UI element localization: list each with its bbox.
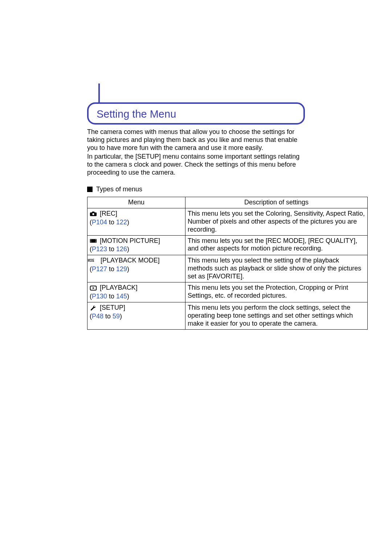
intro-paragraph-1: The camera comes with menus that allow y… bbox=[87, 128, 305, 152]
table-row: [REC] (P104 to 122) This menu lets you s… bbox=[87, 208, 368, 235]
page-reference: (P123 to 126) bbox=[90, 245, 183, 253]
table-header-desc: Description of settings bbox=[185, 197, 368, 208]
page-reference: (P104 to 122) bbox=[90, 219, 183, 227]
desc-cell: This menu lets you select the setting of… bbox=[185, 255, 368, 282]
menu-cell-setup: [SETUP] (P48 to 59) bbox=[87, 302, 185, 330]
svg-rect-3 bbox=[91, 241, 91, 242]
desc-cell: This menu lets you set the Protection, C… bbox=[185, 282, 368, 302]
page-link[interactable]: P123 bbox=[92, 245, 107, 253]
playback-icon bbox=[90, 285, 97, 291]
page-reference: (P130 to 145) bbox=[90, 293, 183, 301]
menu-cell-rec: [REC] (P104 to 122) bbox=[87, 208, 185, 235]
page-link[interactable]: 122 bbox=[116, 219, 127, 226]
menu-cell-playback-mode: MODE [PLAYBACK MODE] (P127 to 129) bbox=[87, 255, 185, 282]
desc-cell: This menu lets you set the Coloring, Sen… bbox=[185, 208, 368, 235]
svg-rect-5 bbox=[95, 241, 96, 242]
menu-label: [MOTION PICTURE] bbox=[100, 237, 160, 245]
page-reference: (P127 to 129) bbox=[90, 265, 183, 273]
page-link[interactable]: P127 bbox=[92, 265, 107, 273]
page-link[interactable]: 59 bbox=[113, 313, 120, 320]
subheading-text: Types of menus bbox=[96, 186, 142, 193]
page-link[interactable]: 129 bbox=[116, 265, 127, 273]
page-link[interactable]: P130 bbox=[92, 293, 107, 300]
ref-mid: to bbox=[107, 245, 116, 253]
intro-text: The camera comes with menus that allow y… bbox=[87, 128, 305, 177]
page-link[interactable]: P104 bbox=[92, 219, 107, 226]
mode-glyph: MODE bbox=[88, 258, 94, 263]
ref-close: ) bbox=[127, 219, 129, 226]
table-row: MODE [PLAYBACK MODE] (P127 to 129) This … bbox=[87, 255, 368, 282]
svg-point-0 bbox=[92, 213, 94, 215]
table-header-row: Menu Description of settings bbox=[87, 197, 368, 208]
menu-label: [PLAYBACK MODE] bbox=[101, 257, 160, 265]
table-row: [SETUP] (P48 to 59) This menu lets you p… bbox=[87, 302, 368, 330]
page-reference: (P48 to 59) bbox=[90, 313, 183, 321]
menu-cell-playback: [PLAYBACK] (P130 to 145) bbox=[87, 282, 185, 302]
page-link[interactable]: P48 bbox=[92, 313, 103, 320]
page: Setting the Menu The camera comes with m… bbox=[0, 102, 392, 554]
page-title: Setting the Menu bbox=[97, 108, 295, 120]
ref-close: ) bbox=[127, 265, 129, 273]
ref-mid: to bbox=[103, 313, 113, 320]
intro-paragraph-2: In particular, the [SETUP] menu contains… bbox=[87, 153, 305, 177]
mode-icon: MODE bbox=[90, 258, 98, 264]
camera-icon bbox=[90, 211, 97, 217]
ref-mid: to bbox=[107, 293, 116, 300]
table-row: [PLAYBACK] (P130 to 145) This menu lets … bbox=[87, 282, 368, 302]
menu-table: Menu Description of settings bbox=[87, 197, 368, 330]
subheading-row: Types of menus bbox=[87, 186, 305, 193]
menu-cell-motion-picture: [MOTION PICTURE] (P123 to 126) bbox=[87, 235, 185, 255]
bullet-square-icon bbox=[87, 187, 93, 192]
desc-cell: This menu lets you set the [REC MODE], [… bbox=[185, 235, 368, 255]
svg-rect-1 bbox=[90, 239, 97, 243]
svg-rect-4 bbox=[95, 240, 96, 240]
setup-icon bbox=[90, 305, 97, 311]
menu-label: [SETUP] bbox=[100, 304, 125, 312]
ref-close: ) bbox=[120, 313, 122, 320]
movie-icon bbox=[90, 238, 97, 244]
menu-label: [REC] bbox=[100, 210, 117, 218]
table-header-menu: Menu bbox=[87, 197, 185, 208]
table-row: [MOTION PICTURE] (P123 to 126) This menu… bbox=[87, 235, 368, 255]
ref-close: ) bbox=[127, 293, 129, 300]
ref-close: ) bbox=[127, 245, 129, 253]
heading-frame: Setting the Menu bbox=[87, 102, 305, 125]
svg-rect-2 bbox=[91, 240, 91, 240]
ref-mid: to bbox=[107, 219, 116, 226]
page-link[interactable]: 126 bbox=[116, 245, 127, 253]
page-link[interactable]: 145 bbox=[116, 293, 127, 300]
menu-label: [PLAYBACK] bbox=[100, 284, 138, 292]
desc-cell: This menu lets you perform the clock set… bbox=[185, 302, 368, 330]
ref-mid: to bbox=[107, 265, 116, 273]
